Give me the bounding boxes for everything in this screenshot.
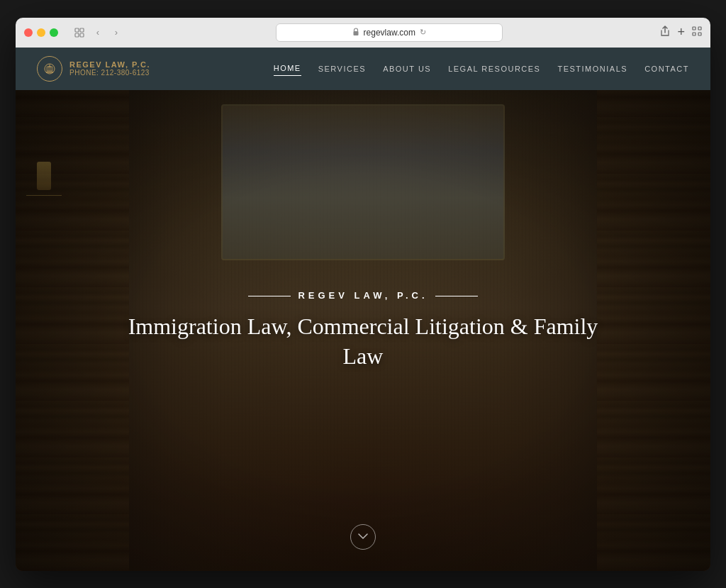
back-button[interactable]: ‹ — [91, 26, 105, 40]
maximize-button[interactable] — [50, 28, 58, 37]
hero-content: REGEV LAW, P.C. Immigration Law, Commerc… — [101, 274, 625, 385]
close-button[interactable] — [24, 28, 33, 37]
svg-rect-2 — [75, 33, 79, 37]
navigation: REGEV LAW, P.C. PHONE: 212-380-6123 HOME… — [16, 48, 710, 90]
svg-rect-5 — [693, 27, 696, 30]
logo-text: REGEV LAW, P.C. PHONE: 212-380-6123 — [69, 60, 150, 77]
svg-rect-0 — [75, 28, 79, 32]
firm-phone: PHONE: 212-380-6123 — [69, 69, 150, 77]
window-layout-icon[interactable] — [72, 26, 86, 40]
logo-icon — [37, 56, 62, 82]
browser-controls: ‹ › — [69, 26, 123, 40]
chandelier — [26, 162, 62, 247]
forward-button[interactable]: › — [109, 26, 123, 40]
address-bar-container: regevlaw.com ↻ — [129, 23, 649, 42]
svg-rect-8 — [698, 33, 701, 35]
browser-window: ‹ › regevlaw.com ↻ — [16, 18, 710, 571]
browser-chrome: ‹ › regevlaw.com ↻ — [16, 18, 710, 48]
svg-rect-4 — [353, 31, 358, 35]
grid-icon[interactable] — [692, 26, 702, 38]
share-icon[interactable] — [660, 26, 670, 39]
traffic-lights — [24, 28, 58, 37]
url-text: regevlaw.com — [364, 28, 415, 38]
hero-firm-name: REGEV LAW, P.C. — [298, 290, 428, 301]
website-content: REGEV LAW, P.C. PHONE: 212-380-6123 HOME… — [16, 48, 710, 571]
svg-rect-10 — [46, 72, 53, 73]
chandelier-body — [37, 162, 51, 190]
nav-link-testimonials[interactable]: TESTIMONIALS — [557, 62, 627, 76]
svg-rect-1 — [80, 28, 84, 32]
scroll-indicator[interactable] — [350, 524, 376, 550]
nav-link-contact[interactable]: CONTACT — [644, 62, 689, 76]
svg-rect-7 — [693, 33, 696, 35]
chandelier-arm — [26, 195, 62, 196]
browser-actions: + — [660, 25, 702, 40]
minimize-button[interactable] — [37, 28, 45, 37]
nav-link-services[interactable]: SERVICES — [318, 62, 366, 76]
hero-tagline: Immigration Law, Commercial Litigation &… — [115, 312, 611, 371]
svg-rect-6 — [698, 27, 701, 30]
nav-link-about[interactable]: ABOUT US — [383, 62, 431, 76]
hero-section: REGEV LAW, P.C. Immigration Law, Commerc… — [16, 90, 710, 571]
nav-link-home[interactable]: HOME — [274, 61, 301, 76]
nav-links: HOME SERVICES ABOUT US LEGAL RESOURCES T… — [274, 61, 689, 76]
lock-icon — [352, 28, 359, 38]
svg-rect-3 — [80, 33, 84, 37]
reload-icon[interactable]: ↻ — [420, 28, 426, 37]
nav-link-legal-resources[interactable]: LEGAL RESOURCES — [448, 62, 540, 76]
address-bar[interactable]: regevlaw.com ↻ — [276, 23, 503, 42]
logo: REGEV LAW, P.C. PHONE: 212-380-6123 — [37, 56, 150, 82]
firm-name: REGEV LAW, P.C. — [69, 60, 150, 69]
new-tab-icon[interactable]: + — [677, 25, 685, 40]
